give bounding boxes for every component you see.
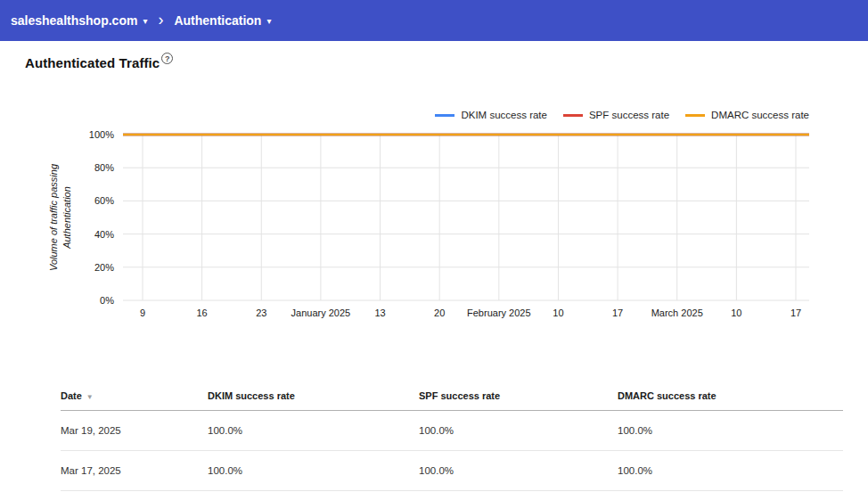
chart-legend: DKIM success rateSPF success rateDMARC s… [25, 110, 843, 120]
date-cell: Mar 17, 2025 [61, 465, 208, 476]
y-tick-label: 60% [94, 195, 114, 206]
table-row: Mar 19, 2025 100.0% 100.0% 100.0% [61, 411, 843, 451]
section-selector[interactable]: Authentication ▾ [174, 13, 271, 28]
spf-cell: 100.0% [419, 425, 618, 436]
legend-swatch [685, 114, 705, 117]
table-row: Mar 17, 2025 100.0% 100.0% 100.0% [61, 451, 843, 491]
domain-selector[interactable]: saleshealthshop.com ▾ [11, 13, 147, 28]
chevron-down-icon: ▾ [266, 17, 271, 26]
line-chart: 0%20%40%60%80%100%91623January 20251320F… [78, 122, 818, 332]
dkim-cell: 100.0% [208, 425, 419, 436]
column-header-dmarc: DMARC success rate [618, 390, 843, 401]
column-header-dkim: DKIM success rate [208, 390, 419, 401]
legend-swatch [563, 114, 583, 117]
chevron-down-icon: ▾ [143, 17, 147, 26]
x-tick-label: February 2025 [467, 308, 531, 318]
x-tick-label: 9 [140, 308, 145, 318]
x-tick-label: 10 [731, 308, 741, 318]
help-icon[interactable]: ? [161, 53, 173, 64]
x-tick-label: March 2025 [651, 308, 703, 318]
legend-label: DKIM success rate [461, 110, 547, 120]
top-nav: saleshealthshop.com ▾ › Authentication ▾ [0, 0, 868, 41]
y-tick-label: 40% [94, 229, 114, 240]
section-label: Authentication [174, 13, 261, 28]
title-row: Authenticated Traffic ? [25, 55, 843, 70]
auth-results-table: Date▼ DKIM success rate SPF success rate… [61, 381, 843, 491]
table-header-row: Date▼ DKIM success rate SPF success rate… [61, 381, 843, 411]
page-title: Authenticated Traffic [25, 55, 160, 70]
x-tick-label: 13 [374, 308, 385, 318]
column-header-spf: SPF success rate [419, 390, 618, 401]
legend-swatch [435, 114, 454, 117]
legend-label: SPF success rate [589, 110, 669, 120]
x-tick-label: 17 [612, 308, 623, 318]
domain-label: saleshealthshop.com [11, 13, 137, 28]
chevron-right-icon: › [158, 12, 163, 28]
x-tick-label: 17 [790, 308, 801, 318]
date-cell: Mar 19, 2025 [61, 425, 208, 436]
x-tick-label: 20 [434, 308, 445, 318]
legend-label: DMARC success rate [711, 110, 809, 120]
x-tick-label: January 2025 [291, 308, 351, 318]
x-tick-label: 10 [553, 308, 563, 318]
y-tick-label: 20% [94, 262, 114, 273]
chart-area: Volume of traffic passing Authentication… [43, 122, 843, 332]
y-tick-label: 100% [89, 129, 114, 140]
legend-item: DMARC success rate [685, 110, 809, 120]
spf-cell: 100.0% [419, 465, 618, 476]
dmarc-cell: 100.0% [618, 465, 843, 476]
dmarc-cell: 100.0% [618, 425, 843, 436]
x-tick-label: 23 [256, 308, 266, 318]
y-axis-title: Volume of traffic passing Authentication [47, 133, 74, 302]
legend-item: SPF success rate [563, 110, 669, 120]
dkim-cell: 100.0% [208, 465, 419, 476]
legend-item: DKIM success rate [435, 110, 547, 120]
y-tick-label: 80% [94, 162, 114, 173]
y-axis-title-box: Volume of traffic passing Authentication [43, 122, 78, 332]
main-content: Authenticated Traffic ? DKIM success rat… [0, 41, 868, 491]
authentication-chart-section: DKIM success rateSPF success rateDMARC s… [25, 110, 843, 332]
y-tick-label: 0% [100, 295, 114, 306]
column-header-date[interactable]: Date▼ [61, 390, 208, 401]
sort-descending-icon: ▼ [86, 393, 94, 401]
x-tick-label: 16 [197, 308, 208, 318]
